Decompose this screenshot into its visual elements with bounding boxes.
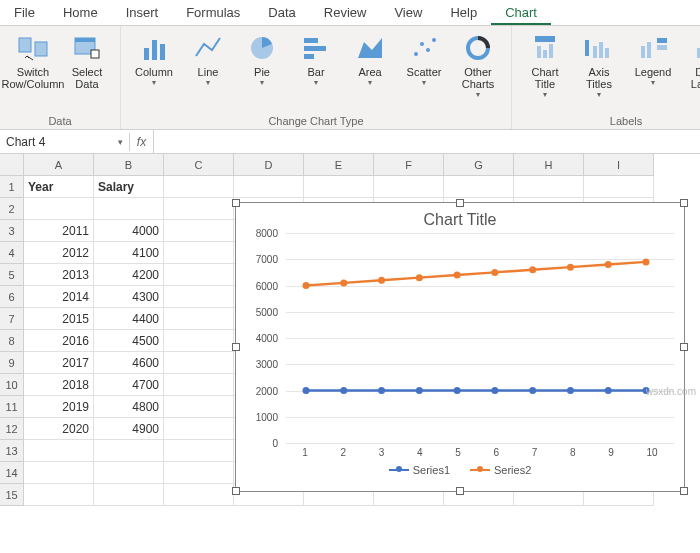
row-header[interactable]: 5 bbox=[0, 264, 24, 286]
cell[interactable] bbox=[94, 198, 164, 220]
cell[interactable] bbox=[164, 418, 234, 440]
cell[interactable] bbox=[164, 462, 234, 484]
resize-handle[interactable] bbox=[232, 487, 240, 495]
cell[interactable] bbox=[164, 308, 234, 330]
name-box[interactable]: Chart 4▾ bbox=[0, 133, 130, 151]
switch-row-column-button[interactable]: SwitchRow/Column bbox=[8, 30, 58, 92]
row-header[interactable]: 11 bbox=[0, 396, 24, 418]
cell[interactable] bbox=[444, 176, 514, 198]
cell[interactable] bbox=[24, 462, 94, 484]
resize-handle[interactable] bbox=[456, 199, 464, 207]
resize-handle[interactable] bbox=[456, 487, 464, 495]
cell[interactable]: 2012 bbox=[24, 242, 94, 264]
row-header[interactable]: 14 bbox=[0, 462, 24, 484]
resize-handle[interactable] bbox=[680, 343, 688, 351]
cell[interactable]: 4300 bbox=[94, 286, 164, 308]
tab-insert[interactable]: Insert bbox=[112, 0, 173, 25]
bar-chart-button[interactable]: Bar▾ bbox=[291, 30, 341, 89]
cell[interactable]: 4000 bbox=[94, 220, 164, 242]
cell[interactable] bbox=[164, 396, 234, 418]
row-header[interactable]: 7 bbox=[0, 308, 24, 330]
cell[interactable] bbox=[164, 242, 234, 264]
tab-view[interactable]: View bbox=[380, 0, 436, 25]
chart-plot-area[interactable]: 010002000300040005000600070008000 bbox=[286, 233, 674, 443]
cell[interactable] bbox=[164, 264, 234, 286]
cell[interactable] bbox=[24, 484, 94, 506]
row-header[interactable]: 9 bbox=[0, 352, 24, 374]
row-header[interactable]: 15 bbox=[0, 484, 24, 506]
resize-handle[interactable] bbox=[232, 343, 240, 351]
row-header[interactable]: 12 bbox=[0, 418, 24, 440]
tab-home[interactable]: Home bbox=[49, 0, 112, 25]
row-header[interactable]: 8 bbox=[0, 330, 24, 352]
cell[interactable] bbox=[234, 176, 304, 198]
fx-label[interactable]: fx bbox=[130, 130, 154, 153]
cell[interactable]: 2011 bbox=[24, 220, 94, 242]
cell[interactable] bbox=[164, 330, 234, 352]
cell[interactable]: 4700 bbox=[94, 374, 164, 396]
row-header[interactable]: 2 bbox=[0, 198, 24, 220]
cell[interactable] bbox=[164, 198, 234, 220]
cell[interactable]: 2019 bbox=[24, 396, 94, 418]
axis-titles-button[interactable]: AxisTitles▾ bbox=[574, 30, 624, 101]
resize-handle[interactable] bbox=[232, 199, 240, 207]
column-header[interactable]: C bbox=[164, 154, 234, 176]
other-charts-button[interactable]: OtherCharts▾ bbox=[453, 30, 503, 101]
cell[interactable]: 2020 bbox=[24, 418, 94, 440]
tab-file[interactable]: File bbox=[0, 0, 49, 25]
column-header[interactable]: A bbox=[24, 154, 94, 176]
select-all-corner[interactable] bbox=[0, 154, 24, 176]
resize-handle[interactable] bbox=[680, 487, 688, 495]
pie-chart-button[interactable]: Pie▾ bbox=[237, 30, 287, 89]
chart-title-button[interactable]: ChartTitle▾ bbox=[520, 30, 570, 101]
cell[interactable] bbox=[164, 286, 234, 308]
cell[interactable]: 4100 bbox=[94, 242, 164, 264]
resize-handle[interactable] bbox=[680, 199, 688, 207]
cell[interactable] bbox=[164, 176, 234, 198]
cell[interactable]: 4200 bbox=[94, 264, 164, 286]
chart-title[interactable]: Chart Title bbox=[236, 203, 684, 233]
cell[interactable] bbox=[164, 440, 234, 462]
cell[interactable] bbox=[164, 220, 234, 242]
cell[interactable]: 4500 bbox=[94, 330, 164, 352]
cell[interactable] bbox=[164, 374, 234, 396]
line-chart-button[interactable]: Line▾ bbox=[183, 30, 233, 89]
tab-review[interactable]: Review bbox=[310, 0, 381, 25]
cell[interactable] bbox=[304, 176, 374, 198]
cell[interactable] bbox=[374, 176, 444, 198]
column-header[interactable]: B bbox=[94, 154, 164, 176]
cell[interactable]: 4900 bbox=[94, 418, 164, 440]
data-labels-button[interactable]: DataLabels▾ bbox=[682, 30, 700, 101]
formula-bar[interactable] bbox=[154, 140, 700, 144]
area-chart-button[interactable]: Area▾ bbox=[345, 30, 395, 89]
select-data-button[interactable]: SelectData bbox=[62, 30, 112, 92]
cell[interactable] bbox=[94, 462, 164, 484]
legend-item[interactable]: Series2 bbox=[470, 464, 531, 476]
legend-item[interactable]: Series1 bbox=[389, 464, 450, 476]
column-chart-button[interactable]: Column▾ bbox=[129, 30, 179, 89]
cell[interactable]: Year bbox=[24, 176, 94, 198]
row-header[interactable]: 4 bbox=[0, 242, 24, 264]
tab-help[interactable]: Help bbox=[436, 0, 491, 25]
tab-data[interactable]: Data bbox=[254, 0, 309, 25]
cell[interactable]: 2014 bbox=[24, 286, 94, 308]
cell[interactable] bbox=[24, 198, 94, 220]
cell[interactable]: 2018 bbox=[24, 374, 94, 396]
cell[interactable]: 4600 bbox=[94, 352, 164, 374]
cell[interactable] bbox=[584, 176, 654, 198]
column-header[interactable]: I bbox=[584, 154, 654, 176]
row-header[interactable]: 3 bbox=[0, 220, 24, 242]
row-header[interactable]: 13 bbox=[0, 440, 24, 462]
cell[interactable]: Salary bbox=[94, 176, 164, 198]
row-header[interactable]: 6 bbox=[0, 286, 24, 308]
chart-object[interactable]: Chart Title 0100020003000400050006000700… bbox=[235, 202, 685, 492]
row-header[interactable]: 10 bbox=[0, 374, 24, 396]
column-header[interactable]: F bbox=[374, 154, 444, 176]
cell[interactable]: 4800 bbox=[94, 396, 164, 418]
cell[interactable] bbox=[164, 352, 234, 374]
cell[interactable]: 2017 bbox=[24, 352, 94, 374]
column-header[interactable]: H bbox=[514, 154, 584, 176]
legend-button[interactable]: Legend▾ bbox=[628, 30, 678, 89]
cell[interactable] bbox=[24, 440, 94, 462]
cell[interactable] bbox=[514, 176, 584, 198]
